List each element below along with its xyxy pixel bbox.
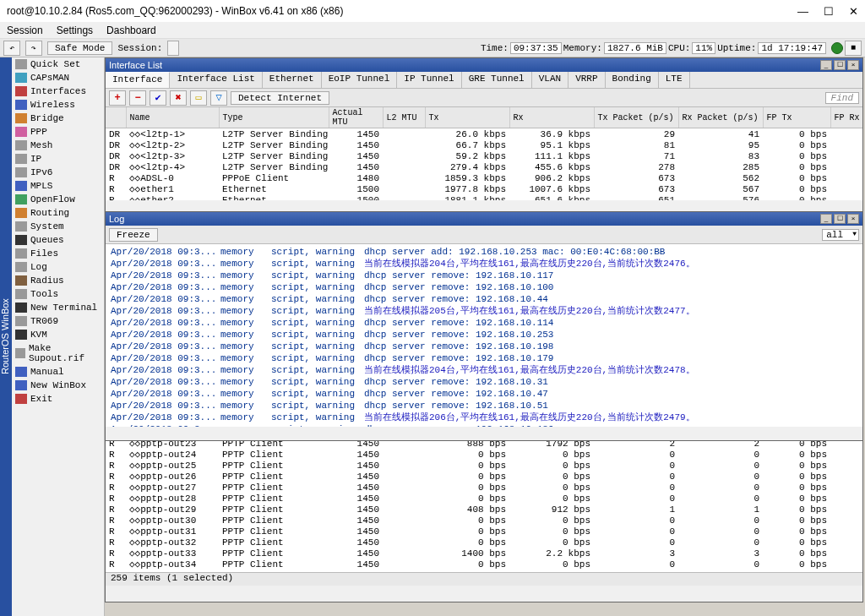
sidebar-item[interactable]: IP xyxy=(12,152,104,166)
sidebar-item[interactable]: Log xyxy=(12,260,104,274)
table-row[interactable]: R◇◇pptp-out26PPTP Client14500 bps0 bps00… xyxy=(106,471,862,482)
interface-table-lower[interactable]: R◇◇pptp-out22PPTP Client14500 bps0 bps00… xyxy=(106,427,862,570)
sidebar-item[interactable]: New WinBox xyxy=(12,379,104,392)
sidebar-item[interactable]: Make Supout.rif xyxy=(12,341,104,365)
sidebar-item[interactable]: Files xyxy=(12,247,104,260)
redo-button[interactable]: ↷ xyxy=(25,41,42,56)
tab[interactable]: EoIP Tunnel xyxy=(322,72,398,88)
table-row[interactable]: R◇◇pptp-out34PPTP Client14500 bps0 bps00… xyxy=(106,559,862,570)
add-button[interactable]: + xyxy=(109,90,126,106)
tab[interactable]: Interface List xyxy=(170,72,262,88)
tab[interactable]: LTE xyxy=(659,72,690,88)
sidebar-item[interactable]: Quick Set xyxy=(12,57,104,71)
tab[interactable]: GRE Tunnel xyxy=(462,72,532,88)
sidebar-item[interactable]: Radius xyxy=(12,274,104,287)
tab[interactable]: VLAN xyxy=(532,72,569,88)
find-input[interactable]: Find xyxy=(825,92,859,104)
sidebar-item[interactable]: Tools xyxy=(12,287,104,301)
sidebar-item[interactable]: Queues xyxy=(12,233,104,247)
freeze-button[interactable]: Freeze xyxy=(109,228,158,242)
log-max-icon[interactable]: ☐ xyxy=(834,214,846,224)
menu-session[interactable]: Session xyxy=(7,25,43,36)
sidebar-item[interactable]: Exit xyxy=(12,392,104,406)
table-row[interactable]: R◇◇pptp-out27PPTP Client14500 bps0 bps00… xyxy=(106,482,862,493)
safemode-button[interactable]: Safe Mode xyxy=(47,41,112,55)
table-row[interactable]: R◇◇pptp-out28PPTP Client14500 bps0 bps00… xyxy=(106,493,862,504)
sidebar-item[interactable]: Mesh xyxy=(12,139,104,152)
col-header[interactable]: Rx xyxy=(509,107,594,128)
col-header[interactable]: FP Tx xyxy=(763,107,830,128)
tab[interactable]: Bonding xyxy=(606,72,659,88)
table-row[interactable]: DR◇◇<l2tp-3>L2TP Server Binding145059.2 … xyxy=(106,150,862,161)
log-body[interactable]: Apr/20/2018 09:3...memoryscript, warning… xyxy=(106,244,862,427)
table-row[interactable]: DR◇◇<l2tp-1>L2TP Server Binding145026.0 … xyxy=(106,128,862,140)
col-header[interactable]: Type xyxy=(219,107,329,128)
sidebar-item[interactable]: IPv6 xyxy=(12,166,104,179)
win-max-icon[interactable]: ☐ xyxy=(834,60,846,70)
sidebar-item[interactable]: Manual xyxy=(12,365,104,379)
table-row[interactable]: R◇◇ether1Ethernet15001977.8 kbps1007.6 k… xyxy=(106,183,862,194)
log-titlebar[interactable]: Log _☐× xyxy=(106,212,862,226)
table-row[interactable]: R◇◇ADSL-0PPPoE Client14801859.3 kbps906.… xyxy=(106,172,862,183)
win-close-icon[interactable]: × xyxy=(847,60,859,70)
sidebar-item[interactable]: OpenFlow xyxy=(12,193,104,206)
table-row[interactable]: R◇◇pptp-out29PPTP Client1450408 bps912 b… xyxy=(106,504,862,515)
table-row[interactable]: DR◇◇<l2tp-4>L2TP Server Binding1450279.4… xyxy=(106,161,862,172)
log-filter-dropdown[interactable]: all xyxy=(822,229,859,241)
sidebar-item[interactable]: Interfaces xyxy=(12,84,104,98)
sidebar-item[interactable]: Routing xyxy=(12,206,104,220)
col-header[interactable]: FP Rx xyxy=(830,107,862,128)
close-button[interactable]: ✕ xyxy=(849,5,858,18)
comment-button[interactable]: ▭ xyxy=(190,90,207,106)
win-min-icon[interactable]: _ xyxy=(820,60,832,70)
session-checkbox[interactable] xyxy=(167,41,179,56)
tab[interactable]: Ethernet xyxy=(263,72,322,88)
menu-dashboard[interactable]: Dashboard xyxy=(106,25,156,36)
sidebar-item[interactable]: System xyxy=(12,220,104,233)
sidebar-item[interactable]: Wireless xyxy=(12,98,104,112)
log-close-icon[interactable]: × xyxy=(847,214,859,224)
sidebar-item[interactable]: Bridge xyxy=(12,112,104,125)
table-row[interactable]: R◇◇pptp-out24PPTP Client14500 bps0 bps00… xyxy=(106,449,862,460)
menu-settings[interactable]: Settings xyxy=(57,25,93,36)
table-row[interactable]: R◇◇pptp-out25PPTP Client14500 bps0 bps00… xyxy=(106,460,862,471)
interface-list-titlebar[interactable]: Interface List _☐× xyxy=(106,58,862,72)
sidebar-item[interactable]: New Terminal xyxy=(12,301,104,314)
tab[interactable]: IP Tunnel xyxy=(397,72,461,88)
sidebar-icon xyxy=(15,303,27,313)
col-header[interactable]: Rx Packet (p/s) xyxy=(678,107,763,128)
col-header[interactable]: Tx Packet (p/s) xyxy=(594,107,678,128)
remove-button[interactable]: − xyxy=(129,90,146,106)
minimize-button[interactable]: — xyxy=(797,5,808,18)
log-row: Apr/20/2018 09:3...memoryscript, warning… xyxy=(111,293,857,305)
col-header[interactable]: L2 MTU xyxy=(383,107,425,128)
maximize-button[interactable]: ☐ xyxy=(824,5,834,18)
sidebar-item[interactable]: TR069 xyxy=(12,314,104,328)
detect-internet-button[interactable]: Detect Internet xyxy=(231,91,329,105)
table-row[interactable]: R◇◇pptp-out33PPTP Client14501400 bps2.2 … xyxy=(106,548,862,559)
interface-table[interactable]: NameTypeActual MTUL2 MTUTxRxTx Packet (p… xyxy=(106,107,862,200)
table-row[interactable]: R◇◇pptp-out31PPTP Client14500 bps0 bps00… xyxy=(106,526,862,537)
menubar: Session Settings Dashboard xyxy=(0,22,865,39)
sidebar-item[interactable]: KVM xyxy=(12,328,104,341)
tab[interactable]: Interface xyxy=(106,72,170,88)
sidebar-item[interactable]: CAPsMAN xyxy=(12,71,104,84)
hide-panel-button[interactable]: ■ xyxy=(845,41,862,56)
disable-button[interactable]: ✖ xyxy=(170,90,187,106)
table-row[interactable]: R◇◇pptp-out32PPTP Client14500 bps0 bps00… xyxy=(106,537,862,548)
table-row[interactable]: R◇◇ether2Ethernet15001881.1 kbps651.6 kb… xyxy=(106,194,862,200)
enable-button[interactable]: ✔ xyxy=(150,90,166,106)
table-row[interactable]: DR◇◇<l2tp-2>L2TP Server Binding145066.7 … xyxy=(106,139,862,150)
col-header[interactable] xyxy=(106,107,126,128)
col-header[interactable]: Name xyxy=(126,107,219,128)
filter-button[interactable]: ▽ xyxy=(210,90,227,106)
undo-button[interactable]: ↶ xyxy=(3,41,20,56)
col-header[interactable]: Tx xyxy=(425,107,509,128)
log-min-icon[interactable]: _ xyxy=(820,214,832,224)
tab[interactable]: VRRP xyxy=(569,72,605,88)
table-row[interactable]: R◇◇pptp-out30PPTP Client14500 bps0 bps00… xyxy=(106,515,862,526)
col-header[interactable]: Actual MTU xyxy=(329,107,383,128)
sidebar-item[interactable]: PPP xyxy=(12,125,104,139)
sidebar-item[interactable]: MPLS xyxy=(12,179,104,193)
uptime-value: 1d 17:19:47 xyxy=(758,42,826,54)
